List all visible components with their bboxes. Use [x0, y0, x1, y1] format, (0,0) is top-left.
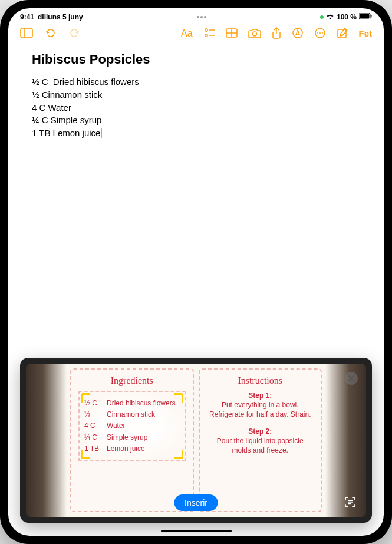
battery-icon: [359, 13, 372, 21]
toolbar: Aa: [8, 24, 384, 45]
note-line[interactable]: 4 C Water: [32, 101, 360, 114]
more-icon[interactable]: [314, 27, 326, 39]
note-body[interactable]: ½ C Dried hibiscus flowers ½ Cinnamon st…: [32, 75, 360, 140]
share-icon[interactable]: [272, 27, 281, 39]
ingredients-header: Ingredients: [78, 375, 186, 386]
camera-active-indicator-icon: [320, 15, 324, 19]
text-format-icon[interactable]: Aa: [181, 28, 194, 38]
status-battery-text: 100 %: [337, 13, 357, 21]
camera-icon[interactable]: [248, 28, 261, 38]
scanned-recipe-card: Ingredients ½ CDried hibiscus flowers ½C…: [70, 368, 322, 512]
svg-point-6: [205, 29, 207, 31]
svg-rect-22: [348, 503, 351, 504]
svg-point-17: [319, 32, 321, 34]
svg-rect-1: [360, 14, 370, 19]
ingredients-selection[interactable]: ½ CDried hibiscus flowers ½Cinnamon stic…: [78, 391, 186, 461]
table-icon[interactable]: [226, 28, 238, 38]
note-line[interactable]: ½ C Dried hibiscus flowers: [32, 75, 360, 88]
insert-button[interactable]: Inserir: [174, 494, 218, 511]
svg-rect-20: [348, 500, 353, 501]
instructions-header: Instructions: [207, 375, 314, 386]
text-cursor: [101, 128, 102, 138]
camera-viewport: Ingredients ½ CDried hibiscus flowers ½C…: [26, 364, 366, 517]
svg-rect-21: [348, 502, 353, 503]
sidebar-icon[interactable]: [20, 28, 33, 38]
table-row: 1 TBLemon juice: [84, 443, 180, 454]
checklist-icon[interactable]: [205, 28, 215, 38]
table-row: 4 CWater: [84, 420, 180, 431]
live-text-scan-panel: Ingredients ½ CDried hibiscus flowers ½C…: [20, 358, 372, 523]
instruction-step: Step 2: Pour the liquid into popsicle mo…: [207, 427, 314, 456]
svg-point-13: [252, 32, 256, 36]
note-line[interactable]: 1 TB Lemon juice: [32, 127, 360, 140]
done-button[interactable]: Fet: [359, 28, 373, 38]
table-row: ½ CDried hibiscus flowers: [84, 398, 180, 409]
scan-mode-button[interactable]: [342, 494, 358, 510]
svg-point-16: [317, 32, 318, 34]
note-line[interactable]: ¼ C Simple syrup: [32, 114, 360, 127]
close-button[interactable]: [345, 372, 358, 385]
multitask-dots-icon[interactable]: [193, 15, 210, 19]
wifi-icon: [326, 13, 334, 21]
table-row: ¼ CSimple syrup: [84, 432, 180, 443]
status-bar: 9:41 dilluns 5 juny 100 %: [8, 8, 384, 24]
svg-rect-2: [371, 15, 372, 18]
table-row: ½Cinnamon stick: [84, 409, 180, 420]
compose-icon[interactable]: [337, 27, 348, 39]
svg-point-8: [205, 34, 207, 37]
svg-text:Aa: Aa: [181, 28, 193, 38]
svg-rect-3: [21, 28, 32, 38]
markup-icon[interactable]: [292, 27, 304, 39]
undo-icon[interactable]: [45, 27, 57, 39]
svg-point-18: [322, 32, 323, 34]
home-indicator[interactable]: [161, 530, 232, 532]
note-line[interactable]: ½ Cinnamon stick: [32, 88, 360, 101]
status-time: 9:41: [20, 13, 34, 21]
note-title[interactable]: Hibiscus Popsicles: [32, 52, 360, 67]
instruction-step: Step 1: Put everything in a bowl. Refrig…: [207, 391, 314, 420]
redo-icon: [68, 27, 80, 39]
status-date: dilluns 5 juny: [38, 13, 83, 21]
